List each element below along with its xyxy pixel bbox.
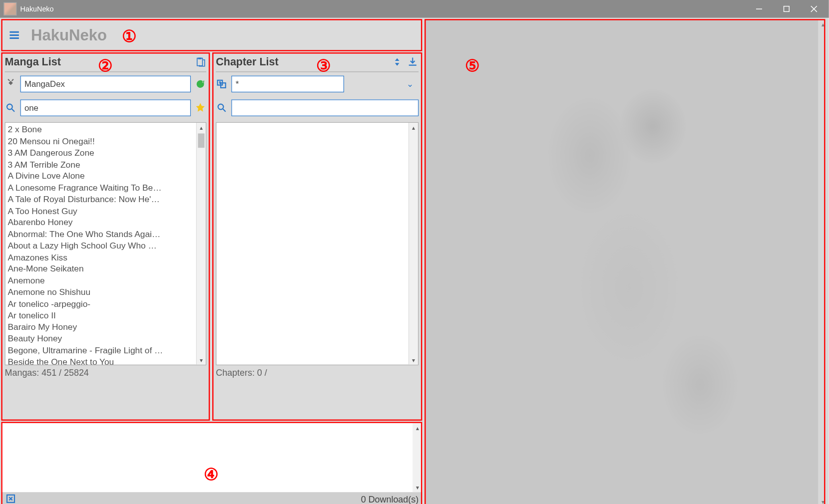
list-item[interactable]: Ar tonelico -arpeggio- (8, 298, 204, 310)
source-input[interactable] (20, 76, 191, 92)
app-icon (3, 2, 16, 15)
list-item[interactable]: 2 x Bone (8, 124, 204, 135)
language-icon[interactable] (216, 78, 228, 90)
list-item[interactable]: Anemone no Shishuu (8, 286, 204, 298)
window-title: HakuNeko (20, 5, 54, 13)
app-toolbar: HakuNeko (1, 19, 422, 51)
clipboard-paste-icon[interactable] (194, 56, 206, 68)
chapter-search-input[interactable] (231, 99, 418, 116)
chapter-listbox[interactable]: ▴ ▾ (216, 122, 418, 365)
chapter-list-title: Chapter List (216, 56, 391, 68)
sort-icon[interactable] (391, 56, 403, 68)
list-item[interactable]: 20 Mensou ni Onegai!! (8, 136, 204, 147)
list-item[interactable]: A Tale of Royal Disturbance: Now He'… (8, 194, 204, 205)
titlebar: HakuNeko (0, 0, 829, 18)
close-button[interactable] (800, 0, 828, 18)
expand-icon[interactable] (5, 493, 17, 504)
manga-search-input[interactable] (20, 99, 191, 116)
list-item[interactable]: Ane-Mone Seikaten (8, 263, 204, 275)
svg-point-11 (218, 104, 224, 110)
star-icon[interactable] (194, 102, 206, 114)
preview-placeholder-image (424, 19, 818, 504)
preview-panel: ▴ ▾ (424, 19, 828, 504)
list-item[interactable]: Anemone (8, 275, 204, 286)
scrollbar[interactable]: ▴ ▾ (196, 123, 206, 365)
menu-icon[interactable] (8, 29, 20, 41)
manga-list-title: Manga List (5, 56, 195, 68)
download-status-bar: 0 Download(s) (1, 492, 422, 504)
manga-listbox[interactable]: 2 x Bone20 Mensou ni Onegai!!3 AM Danger… (5, 122, 207, 365)
manga-list-panel: Manga List (1, 52, 210, 421)
list-item[interactable]: A Lonesome Fragrance Waiting To Be… (8, 182, 204, 194)
list-item[interactable]: Ar tonelico II (8, 310, 204, 321)
language-select[interactable] (231, 76, 344, 92)
chapter-status: Chapters: 0 / (212, 365, 422, 378)
search-icon[interactable] (216, 102, 228, 114)
svg-line-12 (223, 109, 225, 111)
refresh-icon[interactable] (194, 78, 206, 90)
download-queue-panel: ▴ ▾ 0 Download(s) (1, 423, 422, 504)
list-item[interactable]: Barairo My Honey (8, 321, 204, 333)
list-item[interactable]: 3 AM Terrible Zone (8, 159, 204, 170)
svg-rect-1 (784, 6, 790, 12)
list-item[interactable]: Beauty Honey (8, 333, 204, 344)
chapter-list-panel: Chapter List ⌄ (212, 52, 422, 421)
list-item[interactable]: Abnormal: The One Who Stands Agai… (8, 229, 204, 240)
scrollbar[interactable]: ▴ ▾ (409, 123, 418, 365)
list-item[interactable]: Abarenbo Honey (8, 217, 204, 229)
minimize-button[interactable] (746, 0, 773, 18)
search-icon[interactable] (5, 102, 17, 114)
download-count-label: 0 Download(s) (361, 494, 418, 504)
list-item[interactable]: Amazones Kiss (8, 252, 204, 263)
list-item[interactable]: A Too Honest Guy (8, 205, 204, 217)
list-item[interactable]: 3 AM Dangerous Zone (8, 147, 204, 159)
download-icon[interactable] (407, 56, 418, 68)
list-item[interactable]: A Divine Love Alone (8, 170, 204, 182)
manga-status: Mangas: 451 / 25824 (1, 365, 210, 378)
maximize-button[interactable] (773, 0, 800, 18)
list-item[interactable]: About a Lazy High School Guy Who … (8, 240, 204, 252)
scrollbar[interactable]: ▴ ▾ (413, 423, 422, 493)
list-item[interactable]: Begone, Ultramarine - Fragile Light of … (8, 345, 204, 356)
list-item[interactable]: Beside the One Next to You (8, 356, 204, 365)
app-title: HakuNeko (31, 26, 107, 44)
scrollbar[interactable]: ▴ ▾ (818, 19, 828, 504)
scrollbar-thumb[interactable] (198, 133, 204, 148)
plug-icon[interactable] (5, 78, 17, 90)
svg-line-8 (12, 109, 14, 111)
chevron-down-icon[interactable]: ⌄ (407, 79, 414, 89)
svg-point-7 (7, 104, 12, 110)
